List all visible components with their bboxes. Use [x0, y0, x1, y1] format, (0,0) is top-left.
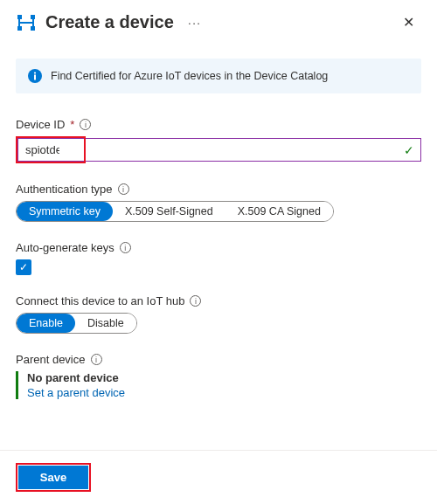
- auth-type-toggle: Symmetric key X.509 Self-Signed X.509 CA…: [16, 201, 334, 222]
- connect-label: Connect this device to an IoT hub i: [16, 294, 421, 307]
- banner-text: Find Certified for Azure IoT devices in …: [51, 70, 328, 82]
- auth-x509-ca-option[interactable]: X.509 CA Signed: [225, 202, 333, 221]
- auth-symmetric-option[interactable]: Symmetric key: [17, 202, 113, 221]
- device-id-input[interactable]: [86, 138, 421, 162]
- info-banner: Find Certified for Azure IoT devices in …: [16, 59, 421, 93]
- auth-type-help-icon[interactable]: i: [118, 183, 129, 195]
- autogen-label: Auto-generate keys i: [16, 241, 421, 254]
- device-id-label: Device ID * i: [16, 118, 421, 131]
- set-parent-link[interactable]: Set a parent device: [27, 386, 421, 399]
- connect-enable-option[interactable]: Enable: [17, 314, 75, 333]
- device-id-help-icon[interactable]: i: [80, 119, 91, 130]
- connect-disable-option[interactable]: Disable: [75, 314, 136, 333]
- close-button[interactable]: ✕: [396, 10, 421, 34]
- parent-help-icon[interactable]: i: [91, 354, 102, 365]
- svg-rect-6: [34, 75, 36, 80]
- connect-help-icon[interactable]: i: [190, 295, 201, 307]
- parent-label: Parent device i: [16, 353, 421, 366]
- panel-footer: Save: [0, 450, 437, 504]
- svg-rect-1: [31, 15, 35, 19]
- svg-rect-0: [17, 15, 22, 19]
- save-button[interactable]: Save: [18, 466, 88, 489]
- device-icon: [16, 12, 37, 33]
- autogen-help-icon[interactable]: i: [120, 242, 131, 253]
- device-id-input-highlight[interactable]: [17, 138, 84, 162]
- info-icon: [28, 69, 42, 83]
- panel-title: Create a device: [45, 12, 174, 32]
- svg-rect-3: [31, 26, 35, 31]
- auth-type-label: Authentication type i: [16, 183, 421, 196]
- parent-none-text: No parent device: [27, 371, 421, 384]
- more-menu[interactable]: ···: [188, 15, 202, 30]
- connect-toggle: Enable Disable: [16, 313, 137, 334]
- panel-header: Create a device ··· ✕: [16, 10, 421, 34]
- svg-point-5: [34, 72, 36, 73]
- autogen-checkbox[interactable]: ✓: [16, 259, 31, 275]
- valid-check-icon: ✓: [404, 143, 414, 157]
- svg-rect-2: [17, 26, 22, 31]
- auth-x509-self-option[interactable]: X.509 Self-Signed: [113, 202, 225, 221]
